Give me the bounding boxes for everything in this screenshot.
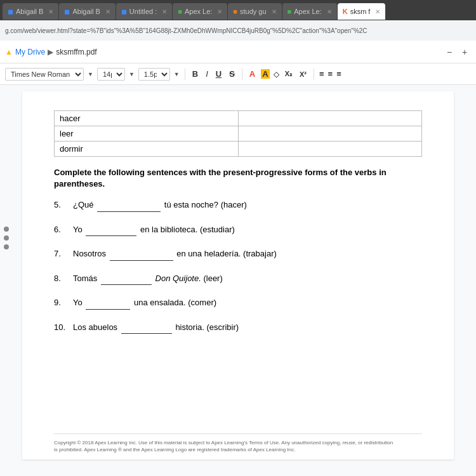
sidebar-dots [4, 227, 9, 249]
sidebar-dot-1[interactable] [4, 227, 9, 232]
font-size-select[interactable]: 14px [97, 68, 125, 81]
exercise-5-blank[interactable] [97, 199, 161, 212]
subscript-button[interactable]: X₂ [283, 69, 294, 79]
tab-1-label: Abigail B [16, 8, 43, 15]
size-dropdown-icon: ▼ [129, 71, 135, 77]
vocab-row-2: leer [55, 126, 422, 142]
docs-top-bar: ▲ My Drive ▶ sksmffm.pdf − + [0, 41, 476, 63]
superscript-button[interactable]: X² [298, 70, 308, 79]
toolbar-divider-3 [314, 69, 314, 80]
exercise-6: 6. Yo en la biblioteca. (estudiar) [54, 223, 422, 237]
vocab-cell-leer-answer[interactable] [238, 126, 422, 142]
exercise-6-text: Yo en la biblioteca. (estudiar) [73, 223, 235, 237]
exercise-9-text: Yo una ensalada. (comer) [73, 296, 216, 310]
font-color-button[interactable]: A [248, 69, 257, 79]
tab-7-close[interactable]: ✕ [375, 8, 380, 15]
spacing-dropdown-icon: ▼ [174, 71, 180, 77]
tab-4-label: Apex Le: [185, 8, 212, 15]
tab-1-icon: ◼ [8, 8, 13, 16]
tab-5-close[interactable]: ✕ [272, 8, 277, 15]
docs-controls: − + [443, 46, 471, 58]
highlight-button[interactable]: A [261, 69, 269, 79]
sidebar-dot-2[interactable] [4, 235, 9, 241]
filename-label: sksmffm.pdf [56, 48, 96, 56]
tab-6[interactable]: ■ Apex Le: ✕ [282, 3, 337, 20]
paint-bucket-icon[interactable]: ◇ [274, 70, 279, 79]
tab-6-icon: ■ [288, 8, 292, 15]
strikethrough-button[interactable]: S [227, 69, 237, 79]
tab-6-close[interactable]: ✕ [327, 8, 332, 15]
exercise-10-blank[interactable] [121, 321, 172, 334]
vocab-cell-leer: leer [55, 126, 239, 142]
doc-content: hacer leer dormir Complete the following… [0, 85, 476, 476]
tab-3[interactable]: ◼ Untitled : ✕ [116, 3, 172, 20]
exercise-6-before: Yo [73, 225, 83, 234]
tab-5-label: study gu [240, 8, 267, 15]
exercise-8-after: (leer) [203, 274, 222, 283]
tab-2-icon: ◼ [64, 8, 70, 16]
toolbar-divider-2 [242, 69, 242, 80]
exercise-8-blank[interactable] [101, 272, 152, 286]
exercise-9-after: una ensalada. (comer) [134, 298, 216, 307]
minus-button[interactable]: − [443, 46, 456, 58]
exercise-5-after: tú esta noche? (hacer) [164, 200, 247, 209]
exercise-7-before: Nosotros [73, 249, 106, 258]
exercise-7-blank[interactable] [110, 248, 173, 261]
tab-5-icon: ■ [233, 8, 237, 15]
my-drive-label[interactable]: My Drive [15, 48, 45, 56]
font-family-select[interactable]: Times New Roman [5, 68, 84, 81]
list-ordered-icon[interactable]: ≡ [319, 69, 324, 79]
tab-1-close[interactable]: ✕ [48, 8, 53, 15]
vocab-cell-hacer-answer[interactable] [238, 111, 422, 126]
tab-3-close[interactable]: ✕ [162, 8, 167, 15]
exercise-5-text: ¿Qué tú esta noche? (hacer) [73, 199, 247, 212]
plus-button[interactable]: + [458, 46, 471, 58]
exercise-5-before: ¿Qué [73, 200, 94, 209]
exercise-7-number: 7. [54, 249, 69, 258]
exercise-10-number: 10. [54, 322, 69, 332]
tab-4-close[interactable]: ✕ [217, 8, 222, 15]
tab-7-icon: K [343, 8, 348, 15]
tab-3-label: Untitled : [129, 8, 157, 15]
copyright-section: Copyright © 2018 Apex Learning Inc. Use … [54, 433, 422, 453]
line-spacing-select[interactable]: 1.5pt [138, 68, 170, 81]
exercise-9-blank[interactable] [86, 296, 130, 310]
exercise-7: 7. Nosotros en una heladería. (trabajar) [54, 248, 422, 261]
tab-6-label: Apex Le: [294, 8, 321, 15]
copyright-line2: is prohibited. Apex Learning ® and the A… [54, 446, 422, 453]
browser-chrome: ◼ Abigail B ✕ ◼ Abigail B ✕ ◼ Untitled :… [0, 0, 476, 41]
italic-button[interactable]: I [204, 69, 210, 79]
tab-4[interactable]: ■ Apex Le: ✕ [173, 3, 227, 20]
exercise-6-number: 6. [54, 225, 69, 234]
drive-icon: ▲ [5, 48, 13, 56]
exercise-10-text: Los abuelos historia. (escribir) [73, 321, 239, 334]
address-bar[interactable]: g.com/web/viewer.html?state=%7B"ids"%3A%… [0, 20, 476, 41]
exercise-10: 10. Los abuelos historia. (escribir) [54, 321, 422, 334]
tab-2-close[interactable]: ✕ [105, 8, 110, 15]
exercise-7-text: Nosotros en una heladería. (trabajar) [73, 248, 277, 261]
bold-button[interactable]: B [190, 69, 200, 79]
exercise-9-number: 9. [54, 298, 69, 307]
instructions-text: Complete the following sentences with th… [54, 167, 422, 190]
list-unordered-icon[interactable]: ≡ [328, 69, 333, 79]
tab-7-label: sksm f [350, 8, 371, 15]
vocab-cell-dormir: dormir [55, 142, 239, 157]
tab-1[interactable]: ◼ Abigail B ✕ [3, 3, 58, 20]
indent-icon[interactable]: ≡ [336, 69, 341, 79]
exercise-6-after: en la biblioteca. (estudiar) [140, 225, 235, 234]
tab-5[interactable]: ■ study gu ✕ [228, 3, 281, 20]
tab-7[interactable]: K sksm f ✕ [338, 3, 386, 20]
tab-2[interactable]: ◼ Abigail B ✕ [59, 3, 115, 20]
sidebar-dot-3[interactable] [4, 244, 9, 249]
exercise-8-number: 8. [54, 274, 69, 283]
toolbar-divider-1 [185, 69, 185, 80]
tab-bar: ◼ Abigail B ✕ ◼ Abigail B ✕ ◼ Untitled :… [0, 0, 476, 20]
tab-2-label: Abigail B [72, 8, 100, 15]
exercise-5: 5. ¿Qué tú esta noche? (hacer) [54, 199, 422, 212]
formatting-toolbar: Times New Roman ▼ 14px ▼ 1.5pt ▼ B I U S… [0, 63, 476, 85]
underline-button[interactable]: U [214, 69, 223, 79]
exercise-10-before: Los abuelos [73, 322, 117, 332]
exercise-6-blank[interactable] [86, 223, 136, 237]
vocab-cell-dormir-answer[interactable] [238, 142, 422, 157]
exercise-8-text: Tomás Don Quijote. (leer) [73, 272, 223, 286]
